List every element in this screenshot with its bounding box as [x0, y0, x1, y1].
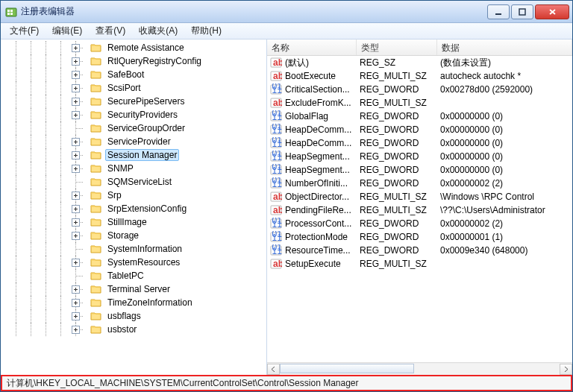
list-row[interactable]: 011110ProcessorCont...REG_DWORD0x0000000… — [267, 217, 572, 230]
list-header[interactable]: 名称 类型 数据 — [267, 39, 572, 56]
tree-item[interactable]: ScsiPort — [1, 81, 266, 95]
list-row[interactable]: abBootExecuteREG_MULTI_SZautocheck autoc… — [267, 69, 572, 83]
tree-item[interactable]: SystemInformation — [1, 242, 266, 256]
folder-icon — [90, 217, 102, 227]
expand-toggle-icon[interactable] — [72, 232, 80, 240]
menu-edit[interactable]: 编辑(E) — [46, 23, 88, 39]
list-row[interactable]: ab(默认)REG_SZ(数值未设置) — [267, 56, 572, 69]
folder-icon — [90, 42, 102, 53]
expand-toggle-icon[interactable] — [72, 57, 80, 66]
scroll-track[interactable] — [280, 364, 560, 375]
value-type: REG_DWORD — [360, 232, 440, 242]
scroll-left-icon[interactable] — [267, 364, 280, 375]
tree-item[interactable]: SQMServiceList — [1, 175, 266, 189]
tree-item[interactable]: ServiceProvider — [1, 135, 266, 148]
expand-toggle-icon[interactable] — [72, 71, 80, 79]
svg-rect-2 — [10, 10, 13, 12]
value-name: NumberOfIniti... — [285, 178, 360, 189]
tree-item[interactable]: StillImage — [1, 215, 266, 229]
value-type: REG_DWORD — [360, 178, 440, 189]
tree-item[interactable]: TimeZoneInformation — [1, 296, 266, 309]
list-row[interactable]: 011110HeapDeComm...REG_DWORD0x00000000 (… — [267, 136, 572, 150]
value-name: HeapSegment... — [285, 151, 360, 162]
app-icon — [5, 6, 17, 18]
list-row[interactable]: 011110CriticalSection...REG_DWORD0x00278… — [267, 83, 572, 96]
expand-toggle-icon[interactable] — [72, 192, 80, 200]
tree-item[interactable]: RtlQueryRegistryConfig — [1, 54, 266, 68]
expand-toggle-icon[interactable] — [72, 165, 80, 173]
col-header-name[interactable]: 名称 — [267, 39, 357, 55]
tree-item[interactable]: Srp — [1, 189, 266, 202]
list-row[interactable]: abSetupExecuteREG_MULTI_SZ — [267, 257, 572, 271]
tree-item[interactable]: Storage — [1, 229, 266, 242]
col-header-type[interactable]: 类型 — [357, 39, 437, 55]
horizontal-scrollbar[interactable] — [267, 362, 572, 375]
list-row[interactable]: 011110ResourceTime...REG_DWORD0x0009e340… — [267, 244, 572, 257]
tree-item[interactable]: Terminal Server — [1, 282, 266, 296]
list-row[interactable]: 011110GlobalFlagREG_DWORD0x00000000 (0) — [267, 110, 572, 123]
menu-favorites[interactable]: 收藏夹(A) — [133, 23, 184, 39]
expand-toggle-icon[interactable] — [72, 84, 80, 92]
list-row[interactable]: 011110HeapSegment...REG_DWORD0x00000000 … — [267, 163, 572, 177]
col-header-data[interactable]: 数据 — [437, 39, 572, 55]
value-name: HeapDeComm... — [285, 124, 360, 135]
folder-icon — [90, 110, 102, 120]
svg-text:ab: ab — [273, 205, 282, 215]
tree-item[interactable]: SafeBoot — [1, 68, 266, 81]
list-row[interactable]: 011110ProtectionModeREG_DWORD0x00000001 … — [267, 230, 572, 244]
tree-item[interactable]: SecurePipeServers — [1, 95, 266, 108]
list-row[interactable]: 011110HeapSegment...REG_DWORD0x00000000 … — [267, 150, 572, 163]
string-value-icon: ab — [270, 191, 282, 203]
expand-toggle-icon[interactable] — [72, 285, 80, 294]
minimize-button[interactable] — [487, 4, 510, 19]
tree-item-label: SQMServiceList — [105, 176, 174, 188]
folder-icon — [90, 230, 102, 241]
scroll-thumb[interactable] — [280, 364, 414, 373]
tree-item[interactable]: SNMP — [1, 162, 266, 175]
list-row[interactable]: abPendingFileRe...REG_MULTI_SZ\??\C:\Use… — [267, 203, 572, 217]
tree-item[interactable]: ServiceGroupOrder — [1, 121, 266, 135]
tree-item-label: TabletPC — [105, 270, 146, 282]
expand-toggle-icon[interactable] — [72, 326, 80, 334]
expand-toggle-icon[interactable] — [72, 259, 80, 267]
tree-pane[interactable]: Remote AssistanceRtlQueryRegistryConfigS… — [1, 39, 267, 375]
close-button[interactable] — [535, 4, 569, 19]
list-row[interactable]: abExcludeFromK...REG_MULTI_SZ — [267, 96, 572, 110]
tree-item[interactable]: TabletPC — [1, 269, 266, 282]
tree-item[interactable]: Session Manager — [1, 148, 266, 162]
tree-item[interactable]: SystemResources — [1, 256, 266, 269]
expand-toggle-icon[interactable] — [72, 44, 80, 52]
tree-item[interactable]: usbstor — [1, 323, 266, 336]
tree-item[interactable]: SecurityProviders — [1, 108, 266, 121]
menu-file[interactable]: 文件(F) — [4, 23, 45, 39]
expand-toggle-icon[interactable] — [72, 312, 80, 320]
value-type: REG_MULTI_SZ — [360, 98, 440, 108]
expand-toggle-icon[interactable] — [72, 205, 80, 213]
expand-toggle-icon[interactable] — [72, 299, 80, 307]
expand-toggle-icon[interactable] — [72, 151, 80, 159]
expand-toggle-icon[interactable] — [72, 138, 80, 146]
expand-toggle-icon[interactable] — [72, 218, 80, 227]
tree-item[interactable]: SrpExtensionConfig — [1, 202, 266, 215]
title-bar[interactable]: 注册表编辑器 — [1, 1, 572, 23]
scroll-right-icon[interactable] — [560, 364, 572, 375]
menu-view[interactable]: 查看(V) — [90, 23, 131, 39]
tree-item-label: Remote Assistance — [105, 42, 187, 54]
list-row[interactable]: abObjectDirector...REG_MULTI_SZ\Windows … — [267, 190, 572, 203]
string-value-icon: ab — [270, 57, 282, 69]
maximize-button[interactable] — [511, 4, 533, 19]
expand-toggle-icon[interactable] — [72, 111, 80, 119]
value-data: 0x00278d00 (2592000) — [440, 84, 572, 95]
value-name: ProtectionMode — [285, 232, 360, 242]
list-body[interactable]: ab(默认)REG_SZ(数值未设置)abBootExecuteREG_MULT… — [267, 56, 572, 362]
list-row[interactable]: 011110NumberOfIniti...REG_DWORD0x0000000… — [267, 177, 572, 190]
folder-icon — [90, 96, 102, 107]
menu-help[interactable]: 帮助(H) — [185, 23, 228, 39]
svg-text:110: 110 — [272, 246, 283, 256]
folder-icon — [90, 297, 102, 308]
expand-toggle-icon[interactable] — [72, 98, 80, 106]
tree-item[interactable]: Remote Assistance — [1, 41, 266, 54]
tree-item[interactable]: usbflags — [1, 309, 266, 323]
value-name: BootExecute — [285, 71, 360, 81]
list-row[interactable]: 011110HeapDeComm...REG_DWORD0x00000000 (… — [267, 123, 572, 136]
